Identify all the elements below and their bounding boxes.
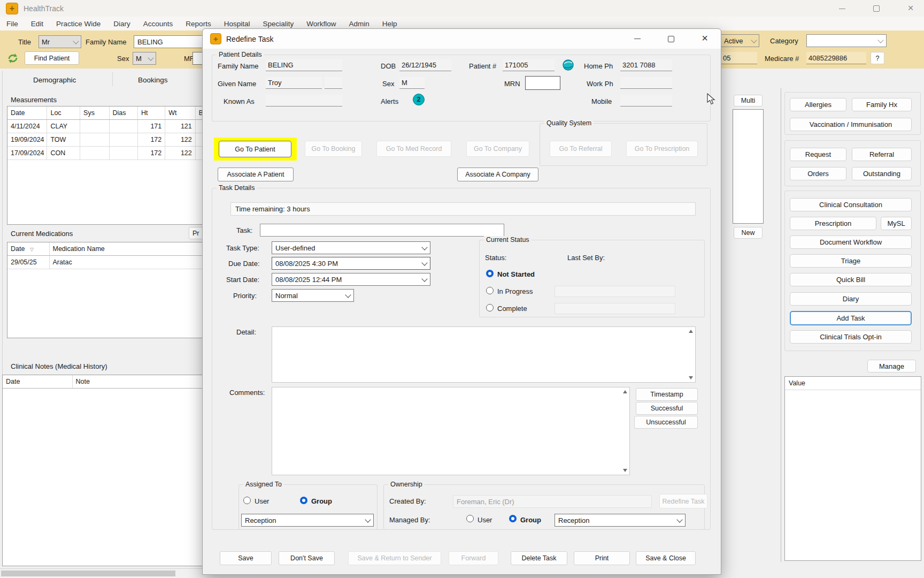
delete-task-button[interactable]: Delete Task	[511, 551, 567, 565]
scroll-up-icon[interactable]	[623, 390, 627, 393]
scrollbar-thumb[interactable]	[1, 571, 175, 576]
start-date-select[interactable]: 08/08/2025 12:44 PM	[272, 273, 430, 286]
clinical-consultation-button[interactable]: Clinical Consultation	[790, 198, 912, 211]
menu-admin[interactable]: Admin	[349, 20, 369, 28]
family-name-field[interactable]: BELING	[266, 59, 342, 71]
col-date[interactable]: Date	[7, 107, 47, 120]
dialog-close-button[interactable]: ×	[692, 31, 717, 45]
prescription-button[interactable]: Prescription	[790, 217, 876, 230]
multi-button[interactable]: Multi	[734, 95, 763, 107]
tab-bookings[interactable]: Bookings	[138, 77, 168, 84]
orders-button[interactable]: Orders	[790, 167, 846, 180]
sex-field[interactable]: M	[399, 77, 425, 89]
col-loc[interactable]: Loc	[47, 107, 80, 120]
save-close-button[interactable]: Save & Close	[636, 551, 696, 565]
work-ph-field[interactable]	[620, 77, 672, 89]
unsuccessful-button[interactable]: Unsuccessful	[634, 416, 698, 429]
timestamp-button[interactable]: Timestamp	[636, 388, 698, 401]
go-to-patient-button[interactable]: Go To Patient	[219, 141, 291, 157]
comments-textarea[interactable]	[272, 387, 630, 475]
category-select[interactable]	[806, 34, 887, 47]
col-sys[interactable]: Sys	[80, 107, 109, 120]
add-task-button[interactable]: Add Task	[790, 311, 912, 325]
task-input[interactable]	[260, 224, 504, 237]
print-button[interactable]: Print	[574, 551, 630, 565]
refresh-icon[interactable]	[6, 52, 19, 65]
sex-select[interactable]: M	[133, 52, 156, 65]
forward-button[interactable]: Forward	[449, 551, 498, 565]
family-hx-button[interactable]: Family Hx	[852, 98, 912, 111]
managed-by-select[interactable]: Reception	[555, 514, 686, 527]
diary-button[interactable]: Diary	[790, 292, 912, 306]
new-button[interactable]: New	[734, 227, 763, 239]
menu-file[interactable]: File	[6, 20, 18, 28]
referral-button[interactable]: Referral	[852, 148, 912, 161]
family-name-input[interactable]: BELING	[134, 35, 209, 48]
maximize-button[interactable]	[864, 2, 889, 15]
associate-company-button[interactable]: Associate A Company	[457, 168, 538, 181]
given-name-field[interactable]: Troy	[266, 77, 322, 89]
col-medication-name[interactable]: Medication Name	[49, 242, 220, 256]
assigned-group-radio[interactable]	[300, 497, 307, 504]
task-type-select[interactable]: User-defined	[272, 241, 430, 254]
manage-button[interactable]: Manage	[867, 360, 916, 372]
table-row[interactable]: 4/11/2024 CLAY 171 121	[7, 120, 220, 133]
menu-hospital[interactable]: Hospital	[224, 20, 250, 28]
successful-button[interactable]: Successful	[636, 402, 698, 415]
table-row[interactable]: 29/05/25 Aratac	[7, 256, 220, 269]
title-select[interactable]: Mr	[38, 35, 81, 48]
multi-listbox[interactable]	[733, 109, 764, 224]
horizontal-scrollbar[interactable]	[0, 568, 202, 578]
dont-save-button[interactable]: Don't Save	[279, 551, 335, 565]
assigned-user-radio[interactable]	[243, 497, 251, 504]
menu-edit[interactable]: Edit	[31, 20, 43, 28]
vaccination-button[interactable]: Vaccination / Immunisation	[790, 118, 912, 131]
radio-in-progress[interactable]	[486, 287, 494, 294]
scroll-down-icon[interactable]	[623, 469, 627, 472]
radio-not-started[interactable]	[486, 270, 494, 277]
menu-practice-wide[interactable]: Practice Wide	[56, 20, 101, 28]
menu-help[interactable]: Help	[382, 20, 397, 28]
col-dias[interactable]: Dias	[109, 107, 137, 120]
dialog-minimize-button[interactable]	[625, 32, 650, 45]
mrn-field[interactable]	[525, 76, 560, 90]
globe-icon[interactable]	[562, 59, 574, 71]
mobile-field[interactable]	[620, 95, 672, 107]
dob-field[interactable]: 26/12/1945	[399, 59, 451, 71]
save-return-sender-button[interactable]: Save & Return to Sender	[348, 551, 441, 565]
save-button[interactable]: Save	[220, 551, 272, 565]
dialog-maximize-button[interactable]	[659, 32, 683, 45]
middle-name-field[interactable]	[325, 77, 342, 89]
col-wt[interactable]: Wt	[165, 107, 195, 120]
col-date[interactable]: Date	[3, 375, 72, 389]
priority-select[interactable]: Normal	[272, 289, 354, 302]
table-row[interactable]: 17/09/2024 CON 172 122	[7, 147, 220, 160]
alerts-count-badge[interactable]: 2	[413, 94, 425, 105]
find-patient-button[interactable]: Find Patient	[25, 51, 79, 65]
assigned-to-select[interactable]: Reception	[241, 514, 374, 527]
go-to-referral-button[interactable]: Go To Referral	[550, 141, 612, 157]
known-as-field[interactable]	[266, 95, 342, 107]
close-button[interactable]: ×	[898, 1, 923, 15]
go-to-booking-button[interactable]: Go To Booking	[305, 141, 362, 157]
due-date-select[interactable]: 08/08/2025 4:30 PM	[272, 257, 430, 270]
menu-accounts[interactable]: Accounts	[143, 20, 173, 28]
home-ph-field[interactable]: 3201 7088	[620, 59, 672, 71]
col-date[interactable]: Date ▽	[7, 242, 49, 256]
outstanding-button[interactable]: Outstanding	[852, 167, 912, 180]
table-row[interactable]: 19/09/2024 TOW 172 122	[7, 133, 220, 147]
value-header[interactable]: Value	[785, 377, 921, 390]
col-note[interactable]: Note	[72, 375, 221, 389]
menu-diary[interactable]: Diary	[113, 20, 130, 28]
help-button[interactable]: ?	[871, 52, 884, 64]
tab-demographic[interactable]: Demographic	[33, 77, 76, 84]
allergies-button[interactable]: Allergies	[790, 98, 846, 111]
mysl-button[interactable]: MySL	[881, 217, 912, 230]
go-to-med-record-button[interactable]: Go To Med Record	[376, 141, 451, 157]
managed-group-radio[interactable]	[509, 515, 517, 522]
associate-patient-button[interactable]: Associate A Patient	[218, 168, 294, 181]
managed-user-radio[interactable]	[466, 515, 474, 522]
menu-reports[interactable]: Reports	[186, 20, 211, 28]
document-workflow-button[interactable]: Document Workflow	[790, 235, 912, 249]
menu-speciality[interactable]: Speciality	[263, 20, 294, 28]
